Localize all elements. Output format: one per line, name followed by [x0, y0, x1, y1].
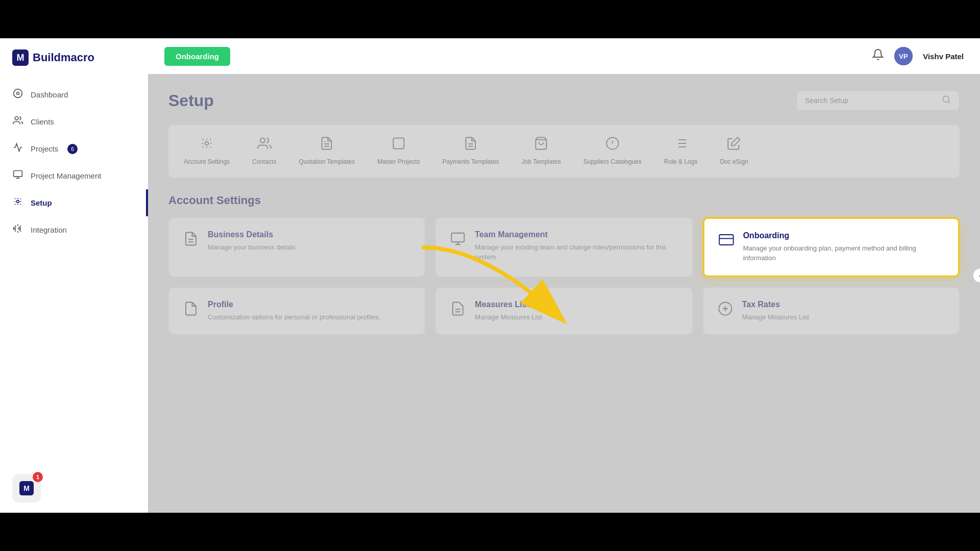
sidebar: M Buildmacro Dashboard Clients: [0, 38, 148, 513]
card-desc-onboarding: Manage your onboarding plan, payment met…: [743, 243, 944, 263]
avatar: VP: [894, 47, 913, 65]
business-details-icon: [183, 231, 199, 250]
svg-text:M: M: [17, 53, 24, 63]
card-team-management[interactable]: Team Management Manage your existing tea…: [435, 217, 692, 277]
card-tax-rates[interactable]: Tax Rates Manage Measures List: [703, 287, 960, 335]
sidebar-bottom: M 1: [0, 464, 148, 513]
sidebar-nav: Dashboard Clients Projects 6: [0, 77, 148, 464]
sidebar-item-label-projects: Projects: [31, 144, 58, 153]
onboarding-button[interactable]: Onboarding: [164, 47, 230, 66]
card-content-profile: Profile Customization options for person…: [208, 300, 380, 322]
setup-nav-suppliers-catalogues[interactable]: Suppliers Catalogues: [572, 131, 653, 171]
page-content: Setup Account Settings: [148, 74, 980, 513]
setup-nav-label-quotation: Quotation Templates: [299, 158, 355, 166]
setup-nav-label-suppliers: Suppliers Catalogues: [583, 158, 642, 166]
notification-badge: 1: [33, 472, 43, 482]
projects-icon: [12, 142, 23, 155]
setup-page-header: Setup: [168, 90, 960, 111]
logo-text: Buildmacro: [33, 51, 94, 64]
page-header: Onboarding VP Vishv Patel: [148, 38, 980, 74]
card-title-measures-list: Measures List: [475, 300, 542, 309]
quotation-templates-icon: [320, 136, 334, 154]
setup-nav-payments-templates[interactable]: Payments Templates: [431, 131, 510, 171]
card-onboarding[interactable]: Onboarding Manage your onboarding plan, …: [703, 217, 960, 277]
setup-nav-label-master: Master Projects: [377, 158, 420, 166]
card-content-measures-list: Measures List Manage Measures List: [475, 300, 542, 322]
svg-point-13: [943, 96, 949, 102]
card-title-business-details: Business Details: [208, 230, 296, 239]
section-title: Account Settings: [168, 194, 960, 207]
card-title-onboarding: Onboarding: [743, 231, 944, 240]
card-business-details[interactable]: Business Details Manage your business de…: [168, 217, 425, 277]
sidebar-item-label-setup: Setup: [31, 198, 52, 207]
svg-point-3: [17, 92, 19, 95]
card-desc-business-details: Manage your business details: [208, 242, 296, 253]
job-templates-icon: [534, 136, 548, 154]
svg-rect-33: [452, 233, 464, 242]
setup-icon: [12, 196, 23, 209]
profile-icon: [183, 301, 199, 320]
sidebar-item-setup[interactable]: Setup: [0, 189, 148, 216]
bottom-black-bar: [0, 513, 980, 551]
setup-nav-account-settings[interactable]: Account Settings: [173, 131, 241, 171]
main-content: Onboarding VP Vishv Patel: [148, 38, 980, 513]
suppliers-catalogues-icon: [605, 136, 620, 154]
setup-nav-label-payments: Payments Templates: [443, 158, 499, 166]
setup-nav-contacts[interactable]: Contacts: [241, 131, 287, 171]
card-content-team-management: Team Management Manage your existing tea…: [475, 230, 677, 262]
setup-nav-doc-esign[interactable]: Doc eSign: [708, 131, 759, 171]
setup-nav-role-logs[interactable]: Role & Logs: [653, 131, 708, 171]
svg-rect-5: [14, 171, 22, 177]
sidebar-item-dashboard[interactable]: Dashboard: [0, 81, 148, 108]
sidebar-item-label-integration: Integration: [31, 226, 67, 234]
svg-point-4: [15, 117, 18, 120]
dashboard-icon: [12, 88, 23, 101]
sidebar-item-clients[interactable]: Clients: [0, 108, 148, 135]
doc-esign-icon: [727, 136, 741, 154]
page-title: Setup: [168, 91, 214, 110]
setup-nav-label-esign: Doc eSign: [720, 158, 748, 166]
cards-grid: Business Details Manage your business de…: [168, 217, 960, 335]
card-desc-profile: Customization options for personal or pr…: [208, 312, 380, 322]
svg-text:M: M: [23, 484, 30, 492]
svg-text:VP: VP: [899, 53, 909, 60]
setup-nav-quotation-templates[interactable]: Quotation Templates: [287, 131, 366, 171]
role-logs-icon: [674, 136, 688, 154]
setup-nav-label-job: Job Templates: [522, 158, 561, 166]
logo-icon: M: [12, 49, 29, 66]
tax-rates-icon: [718, 301, 733, 320]
bell-icon[interactable]: [872, 48, 884, 64]
search-input[interactable]: [805, 96, 937, 105]
project-management-icon: [12, 169, 23, 182]
sidebar-item-projects[interactable]: Projects 6: [0, 135, 148, 162]
setup-nav-label-account: Account Settings: [184, 158, 230, 166]
account-settings-icon: [200, 136, 214, 154]
master-projects-icon: [391, 136, 406, 154]
search-icon: [942, 95, 951, 106]
sidebar-item-label-dashboard: Dashboard: [31, 90, 68, 99]
card-desc-team-management: Manage your existing team and change rol…: [475, 242, 677, 262]
svg-point-15: [205, 142, 209, 145]
notification-app[interactable]: M 1: [12, 474, 41, 503]
svg-rect-36: [719, 235, 733, 245]
card-content-onboarding: Onboarding Manage your onboarding plan, …: [743, 231, 944, 263]
setup-nav-master-projects[interactable]: Master Projects: [366, 131, 431, 171]
integration-icon: [12, 223, 23, 236]
payments-templates-icon: [463, 136, 478, 154]
sidebar-item-integration[interactable]: Integration: [0, 216, 148, 243]
setup-nav-label-contacts: Contacts: [252, 158, 276, 166]
card-desc-tax-rates: Manage Measures List: [742, 312, 810, 322]
sidebar-logo[interactable]: M Buildmacro: [0, 38, 148, 77]
setup-nav-job-templates[interactable]: Job Templates: [510, 131, 572, 171]
search-box[interactable]: [796, 90, 960, 111]
sidebar-item-project-management[interactable]: Project Management: [0, 162, 148, 189]
user-name: Vishv Patel: [923, 52, 964, 61]
card-content-tax-rates: Tax Rates Manage Measures List: [742, 300, 810, 322]
header-right: VP Vishv Patel: [872, 47, 964, 65]
svg-point-2: [14, 89, 22, 98]
card-profile[interactable]: Profile Customization options for person…: [168, 287, 425, 335]
card-measures-list[interactable]: Measures List Manage Measures List: [435, 287, 692, 335]
measures-list-icon: [450, 301, 465, 320]
sidebar-item-label-clients: Clients: [31, 117, 54, 126]
projects-badge: 6: [67, 144, 78, 154]
